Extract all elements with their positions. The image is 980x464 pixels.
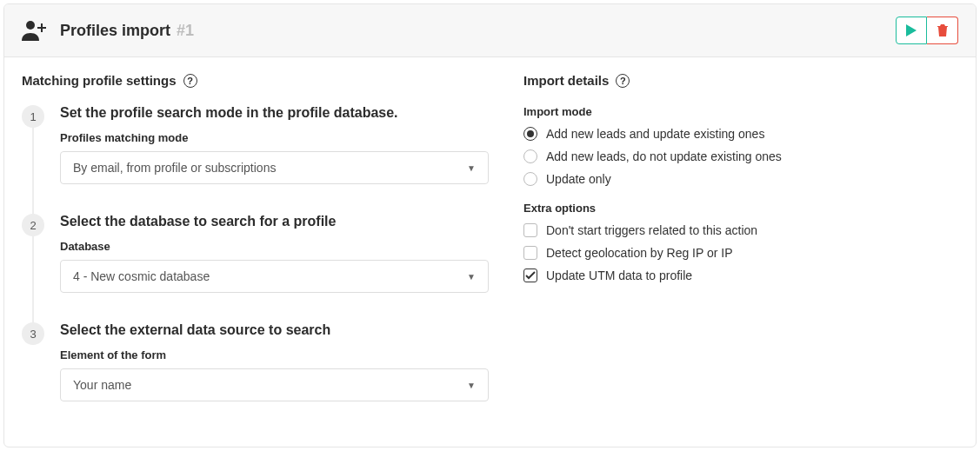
chevron-down-icon: ▼ — [467, 272, 476, 282]
title-text: Profiles import — [60, 22, 170, 39]
extra-option[interactable]: Update UTM data to profile — [523, 268, 958, 282]
option-label: Add new leads and update existing ones — [546, 127, 764, 141]
svg-rect-2 — [37, 27, 46, 29]
option-label: Detect geolocation by Reg IP or IP — [546, 246, 733, 260]
chevron-down-icon: ▼ — [467, 381, 476, 390]
checkbox-icon — [523, 268, 537, 282]
profiles-import-card: Profiles import #1 Matching profile sett… — [3, 3, 977, 447]
extra-options-group: Don't start triggers related to this act… — [523, 223, 958, 282]
help-icon[interactable]: ? — [183, 74, 197, 88]
step-3: 3 Select the external data source to sea… — [22, 322, 489, 401]
help-icon[interactable]: ? — [616, 74, 630, 88]
select-value: By email, from profile or subscriptions — [73, 161, 276, 175]
step-content: Select the database to search for a prof… — [60, 214, 489, 293]
step-number: 3 — [22, 322, 44, 345]
import-mode-option[interactable]: Update only — [523, 172, 958, 186]
section-title-text: Matching profile settings — [22, 73, 177, 88]
import-details-title: Import details ? — [523, 73, 958, 88]
radio-icon — [523, 172, 537, 186]
option-label: Update only — [546, 172, 611, 186]
card-body: Matching profile settings ? 1 Set the pr… — [4, 57, 976, 447]
left-column: Matching profile settings ? 1 Set the pr… — [22, 73, 489, 431]
play-icon — [906, 24, 917, 36]
page-title: Profiles import #1 — [60, 22, 194, 40]
step-heading: Select the database to search for a prof… — [60, 214, 489, 229]
steps-list: 1 Set the profile search mode in the pro… — [22, 105, 489, 401]
option-label: Add new leads, do not update existing on… — [546, 149, 782, 163]
title-number: #1 — [177, 22, 194, 39]
field-label: Profiles matching mode — [60, 131, 489, 144]
database-select[interactable]: 4 - New cosmic database ▼ — [60, 260, 489, 293]
radio-icon — [523, 127, 537, 141]
field-label: Database — [60, 240, 489, 253]
step-connector — [32, 128, 34, 214]
section-title-text: Import details — [523, 73, 609, 88]
option-label: Don't start triggers related to this act… — [546, 223, 757, 237]
checkbox-icon — [523, 223, 537, 237]
import-mode-label: Import mode — [523, 105, 958, 118]
svg-point-0 — [26, 21, 35, 30]
step-number: 1 — [22, 105, 44, 128]
import-mode-option[interactable]: Add new leads and update existing ones — [523, 127, 958, 141]
chevron-down-icon: ▼ — [467, 163, 476, 173]
matching-settings-title: Matching profile settings ? — [22, 73, 489, 88]
checkbox-icon — [523, 246, 537, 260]
import-mode-option[interactable]: Add new leads, do not update existing on… — [523, 149, 958, 163]
field-label: Element of the form — [60, 348, 489, 361]
step-connector — [32, 236, 34, 322]
right-column: Import details ? Import mode Add new lea… — [523, 73, 958, 431]
step-1: 1 Set the profile search mode in the pro… — [22, 105, 489, 184]
delete-button[interactable] — [927, 17, 958, 44]
header-actions — [896, 17, 958, 44]
select-value: Your name — [73, 378, 131, 392]
import-mode-group: Add new leads and update existing ones A… — [523, 127, 958, 186]
form-element-select[interactable]: Your name ▼ — [60, 368, 489, 401]
option-label: Update UTM data to profile — [546, 268, 692, 282]
step-2: 2 Select the database to search for a pr… — [22, 214, 489, 293]
extra-options-label: Extra options — [523, 202, 958, 215]
step-heading: Set the profile search mode in the profi… — [60, 105, 489, 121]
extra-option[interactable]: Don't start triggers related to this act… — [523, 223, 958, 237]
matching-mode-select[interactable]: By email, from profile or subscriptions … — [60, 151, 489, 184]
step-content: Select the external data source to searc… — [60, 322, 489, 401]
header-left: Profiles import #1 — [22, 20, 194, 41]
card-header: Profiles import #1 — [4, 4, 976, 57]
trash-icon — [937, 24, 949, 36]
select-value: 4 - New cosmic database — [73, 269, 210, 283]
step-content: Set the profile search mode in the profi… — [60, 105, 489, 184]
radio-icon — [523, 149, 537, 163]
extra-option[interactable]: Detect geolocation by Reg IP or IP — [523, 246, 958, 260]
person-plus-icon — [22, 20, 48, 41]
step-number: 2 — [22, 214, 44, 236]
step-heading: Select the external data source to searc… — [60, 322, 489, 338]
run-button[interactable] — [896, 17, 927, 44]
